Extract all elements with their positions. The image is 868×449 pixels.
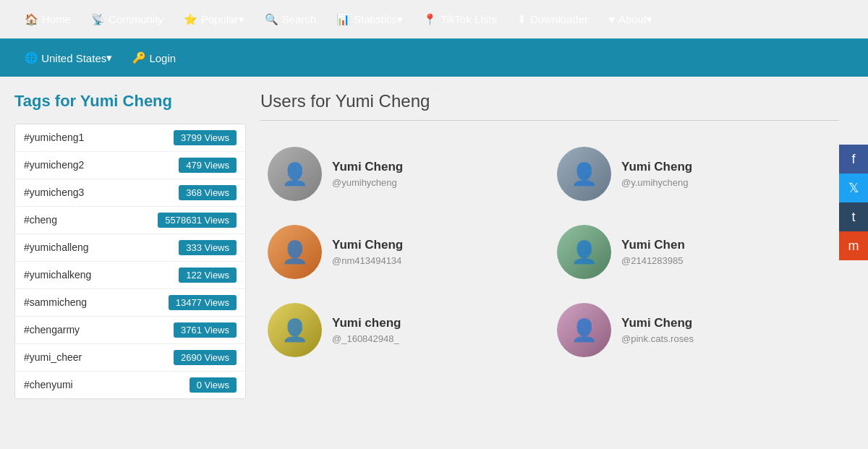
tag-views-badge: 122 Views: [179, 268, 237, 283]
social-bar: f𝕏tm: [839, 145, 868, 260]
tag-views-badge: 333 Views: [179, 240, 237, 255]
tag-name: #yumi_cheer: [24, 351, 82, 363]
tag-name: #yumicheng2: [24, 159, 84, 171]
user-handle: @yumihycheng: [332, 177, 403, 188]
nav-item-tiktok-lists[interactable]: 📍TikTok Lists: [413, 0, 507, 38]
statistics-nav-icon: 📊: [336, 13, 350, 26]
facebook-button[interactable]: f: [839, 145, 868, 174]
tag-name: #yumichalkeng: [24, 269, 91, 281]
tag-views-badge: 3761 Views: [174, 322, 237, 338]
top-navigation: 🏠Home📡Community⭐Popular ▾🔍Search📊Statist…: [0, 0, 868, 77]
tag-views-badge: 0 Views: [190, 377, 237, 393]
tiktok lists-nav-icon: 📍: [423, 13, 437, 26]
dropdown-arrow: ▾: [397, 13, 403, 26]
tumblr-button[interactable]: t: [839, 202, 868, 231]
sidebar-title: Tags for Yumi Cheng: [14, 91, 246, 112]
avatar: 👤: [268, 225, 322, 279]
user-card[interactable]: 👤Yumi Chen@2141283985: [550, 213, 839, 291]
user-handle: @nm413494134: [332, 255, 403, 266]
tag-item[interactable]: #sammicheng13477 Views: [15, 289, 245, 317]
tag-item[interactable]: #chengarmy3761 Views: [15, 317, 245, 344]
tag-views-badge: 479 Views: [179, 158, 237, 173]
user-handle: @2141283985: [621, 255, 685, 266]
login-button[interactable]: 🔑 Login: [122, 39, 186, 77]
tag-item[interactable]: #chenyumi0 Views: [15, 372, 245, 398]
tag-item[interactable]: #cheng5578631 Views: [15, 207, 245, 234]
avatar: 👤: [268, 303, 322, 357]
tag-name: #yumicheng3: [24, 187, 84, 198]
user-info: Yumi Cheng@nm413494134: [332, 238, 403, 266]
tag-name: #chenyumi: [24, 379, 73, 390]
user-handle: @_160842948_: [332, 333, 401, 344]
popular-nav-icon: ⭐: [184, 13, 197, 26]
tag-views-badge: 368 Views: [179, 185, 237, 200]
tag-views-badge: 13477 Views: [169, 295, 237, 310]
tag-views-badge: 5578631 Views: [158, 213, 237, 228]
user-card[interactable]: 👤Yumi Cheng@pink.cats.roses: [550, 291, 839, 369]
mix-button[interactable]: m: [839, 231, 868, 260]
user-handle: @y.umihycheng: [621, 177, 692, 188]
avatar: 👤: [268, 147, 322, 201]
user-name: Yumi cheng: [332, 316, 401, 330]
dropdown-arrow: ▾: [647, 13, 652, 26]
user-name: Yumi Cheng: [621, 316, 694, 330]
nav-item-downloader[interactable]: ⬇Downloader: [507, 0, 598, 38]
sidebar: Tags for Yumi Cheng #yumicheng13799 View…: [14, 91, 246, 399]
tag-views-badge: 2690 Views: [174, 350, 237, 365]
tag-list: #yumicheng13799 Views#yumicheng2479 View…: [14, 124, 246, 399]
nav-item-popular[interactable]: ⭐Popular ▾: [174, 0, 255, 38]
user-name: Yumi Chen: [621, 238, 685, 252]
avatar-placeholder: 👤: [557, 147, 611, 201]
user-card[interactable]: 👤Yumi Cheng@yumihycheng: [260, 135, 550, 213]
tag-name: #chengarmy: [24, 324, 80, 335]
tag-item[interactable]: #yumicheng2479 Views: [15, 152, 245, 179]
tag-name: #yumichalleng: [24, 241, 89, 253]
user-grid: 👤Yumi Cheng@yumihycheng👤Yumi Cheng@y.umi…: [260, 135, 839, 369]
region-selector[interactable]: 🌐 United States ▾: [14, 39, 122, 77]
user-handle: @pink.cats.roses: [621, 333, 694, 344]
about-nav-icon: ♥: [608, 13, 615, 25]
avatar: 👤: [557, 225, 611, 279]
tag-item[interactable]: #yumichalleng333 Views: [15, 234, 245, 262]
avatar-placeholder: 👤: [268, 303, 322, 357]
downloader-nav-icon: ⬇: [517, 13, 527, 26]
nav-item-about[interactable]: ♥About ▾: [598, 0, 663, 38]
tag-item[interactable]: #yumicheng3368 Views: [15, 179, 245, 207]
nav-item-statistics[interactable]: 📊Statistics ▾: [326, 0, 413, 38]
user-card[interactable]: 👤Yumi Cheng@nm413494134: [260, 213, 550, 291]
main-section: Users for Yumi Cheng 👤Yumi Cheng@yumihyc…: [260, 91, 839, 399]
avatar-placeholder: 👤: [268, 225, 322, 279]
tag-item[interactable]: #yumichalkeng122 Views: [15, 262, 245, 289]
nav-item-home[interactable]: 🏠Home: [14, 0, 81, 38]
user-card[interactable]: 👤Yumi cheng@_160842948_: [260, 291, 550, 369]
section-divider: [260, 120, 839, 121]
user-info: Yumi Cheng@pink.cats.roses: [621, 316, 694, 344]
user-info: Yumi cheng@_160842948_: [332, 316, 401, 344]
user-card[interactable]: 👤Yumi Cheng@y.umihycheng: [550, 135, 839, 213]
dropdown-arrow-region: ▾: [106, 51, 112, 64]
tag-item[interactable]: #yumicheng13799 Views: [15, 124, 245, 152]
nav-row-main: 🏠Home📡Community⭐Popular ▾🔍Search📊Statist…: [0, 0, 868, 38]
nav-item-search[interactable]: 🔍Search: [255, 0, 327, 38]
avatar-placeholder: 👤: [557, 225, 611, 279]
twitter-button[interactable]: 𝕏: [839, 174, 868, 202]
community-nav-icon: 📡: [91, 13, 105, 26]
avatar: 👤: [557, 303, 611, 357]
tag-name: #sammicheng: [24, 296, 87, 308]
user-info: Yumi Cheng@y.umihycheng: [621, 160, 692, 188]
avatar-placeholder: 👤: [268, 147, 322, 201]
content-area: Tags for Yumi Cheng #yumicheng13799 View…: [0, 77, 854, 414]
login-icon: 🔑: [132, 51, 146, 64]
user-info: Yumi Cheng@yumihycheng: [332, 160, 403, 188]
nav-row-secondary: 🌐 United States ▾🔑 Login: [0, 38, 868, 77]
dropdown-arrow: ▾: [239, 13, 244, 26]
avatar-placeholder: 👤: [557, 303, 611, 357]
user-info: Yumi Chen@2141283985: [621, 238, 685, 266]
home-nav-icon: 🏠: [25, 13, 38, 26]
tag-item[interactable]: #yumi_cheer2690 Views: [15, 344, 245, 372]
globe-icon: 🌐: [25, 51, 38, 64]
avatar: 👤: [557, 147, 611, 201]
nav-item-community[interactable]: 📡Community: [81, 0, 174, 38]
user-name: Yumi Cheng: [332, 160, 403, 174]
tag-name: #cheng: [24, 214, 57, 226]
